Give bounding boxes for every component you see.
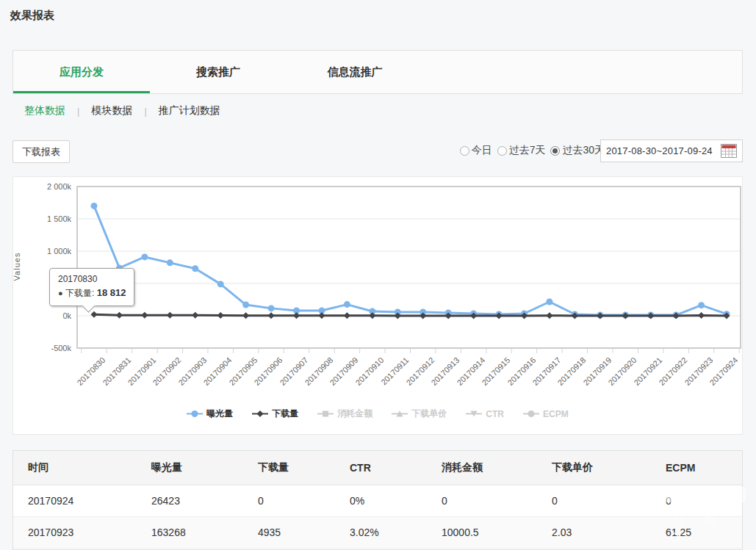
- legend-label: 下载量: [272, 408, 298, 420]
- tooltip-value: 18 812: [97, 287, 126, 298]
- data-table: 时间曝光量下载量CTR消耗金额下载单价ECPM 201709242642300%…: [13, 451, 743, 549]
- legend-item-0[interactable]: 曝光量: [187, 408, 233, 420]
- legend-label: 消耗金额: [337, 408, 372, 420]
- tab-1[interactable]: 搜索推广: [150, 51, 287, 93]
- table-body: 201709242642300%0002017092316326849353.0…: [13, 485, 743, 548]
- date-range-value: 2017-08-30~2017-09-24: [606, 145, 713, 156]
- table-cell: 20170924: [13, 485, 137, 516]
- legend-triangle-marker-icon: [392, 409, 408, 419]
- table-cell: 10000.5: [427, 516, 537, 548]
- table-cell: 0: [651, 485, 743, 516]
- svg-text:-500k: -500k: [51, 344, 71, 352]
- sub-nav-link-1[interactable]: 模块数据: [91, 104, 132, 117]
- table-cell: 163268: [137, 516, 243, 548]
- tab-label: 搜索推广: [196, 65, 240, 78]
- radio-label: 过去30天: [562, 144, 605, 157]
- radio-1[interactable]: 过去7天: [497, 144, 546, 157]
- chart-legend: 曝光量下载量消耗金额下载单价CTRECPM: [13, 408, 742, 420]
- sub-nav-link-2[interactable]: 推广计划数据: [159, 104, 220, 117]
- sub-nav-separator: |: [144, 106, 146, 117]
- chart-panel: Values 2 000k1 500k1 000k500k0k-500k 201…: [12, 176, 743, 435]
- table-header-cell: 曝光量: [137, 451, 243, 485]
- table-cell: 3.02%: [335, 516, 427, 548]
- y-axis-title: Values: [12, 253, 21, 281]
- radio-0[interactable]: 今日: [460, 144, 492, 157]
- svg-text:0k: 0k: [62, 311, 71, 320]
- table-header-cell: 下载量: [243, 451, 335, 485]
- tab-bar: 应用分发搜索推广信息流推广: [12, 50, 743, 94]
- radio-label: 过去7天: [509, 144, 546, 157]
- radio-circle[interactable]: [497, 146, 507, 156]
- legend-label: 曝光量: [206, 408, 233, 420]
- legend-square-marker-icon: [317, 409, 334, 419]
- table-row: 201709242642300%000: [13, 485, 743, 516]
- legend-item-1[interactable]: 下载量: [252, 408, 298, 420]
- sub-nav-link-0[interactable]: 整体数据: [24, 104, 65, 117]
- date-range-input[interactable]: 2017-08-30~2017-09-24: [600, 140, 743, 162]
- data-table-panel: 时间曝光量下载量CTR消耗金额下载单价ECPM 201709242642300%…: [12, 450, 743, 550]
- table-header-row: 时间曝光量下载量CTR消耗金额下载单价ECPM: [13, 451, 743, 485]
- page-title: 效果报表: [10, 9, 54, 23]
- tab-label: 信息流推广: [328, 65, 383, 78]
- legend-label: CTR: [486, 409, 504, 419]
- sub-nav-separator: |: [77, 106, 79, 117]
- svg-text:1 000k: 1 000k: [47, 247, 72, 256]
- legend-circle-marker-icon: [187, 409, 203, 419]
- svg-text:2 000k: 2 000k: [47, 182, 72, 191]
- legend-circle-marker-icon: [523, 409, 539, 419]
- line-chart-svg: 2 000k1 500k1 000k500k0k-500k: [13, 177, 744, 435]
- tab-label: 应用分发: [60, 65, 104, 78]
- download-report-button[interactable]: 下载报表: [12, 140, 70, 163]
- legend-item-3[interactable]: 下载单价: [392, 408, 447, 420]
- tooltip-series-label: 下载量:: [65, 288, 94, 298]
- tab-2[interactable]: 信息流推广: [287, 51, 423, 93]
- table-cell: 0: [537, 485, 651, 516]
- table-header-cell: ECPM: [651, 451, 743, 485]
- table-cell: 26423: [137, 485, 243, 516]
- radio-circle[interactable]: [550, 146, 560, 156]
- table-cell: 0%: [335, 485, 427, 516]
- tooltip-date: 20170830: [58, 274, 126, 284]
- sub-nav: 整体数据|模块数据|推广计划数据: [24, 104, 220, 117]
- table-cell: 0: [243, 485, 335, 516]
- table-cell: 20170923: [13, 516, 137, 548]
- date-range-radio-group: 今日过去7天过去30天: [460, 144, 605, 157]
- radio-circle[interactable]: [460, 146, 469, 156]
- legend-label: 下载单价: [411, 408, 447, 420]
- radio-label: 今日: [472, 144, 492, 157]
- legend-item-4[interactable]: CTR: [466, 408, 504, 420]
- legend-item-2[interactable]: 消耗金额: [317, 408, 372, 420]
- legend-item-5[interactable]: ECPM: [523, 408, 569, 420]
- radio-2[interactable]: 过去30天: [550, 144, 605, 157]
- table-header-cell: 消耗金额: [427, 451, 537, 485]
- table-header-cell: CTR: [335, 451, 427, 485]
- tooltip-series-dot: ●: [58, 289, 63, 297]
- calendar-icon[interactable]: [721, 144, 737, 158]
- table-cell: 4935: [243, 516, 335, 548]
- table-header-cell: 时间: [13, 451, 137, 485]
- table-cell: 2.03: [537, 516, 651, 548]
- active-tab-underline: [13, 91, 150, 93]
- tab-0[interactable]: 应用分发: [13, 51, 150, 93]
- legend-label: ECPM: [543, 409, 569, 419]
- table-cell: 0: [427, 485, 537, 516]
- table-cell: 61.25: [651, 516, 743, 548]
- table-row: 2017092316326849353.02%10000.52.0361.25: [13, 516, 743, 548]
- legend-triangle-down-marker-icon: [466, 409, 482, 419]
- table-header-cell: 下载单价: [537, 451, 651, 485]
- svg-text:1 500k: 1 500k: [47, 214, 72, 223]
- chart-tooltip: 20170830 ● 下载量: 18 812: [49, 268, 134, 306]
- legend-diamond-marker-icon: [252, 409, 268, 419]
